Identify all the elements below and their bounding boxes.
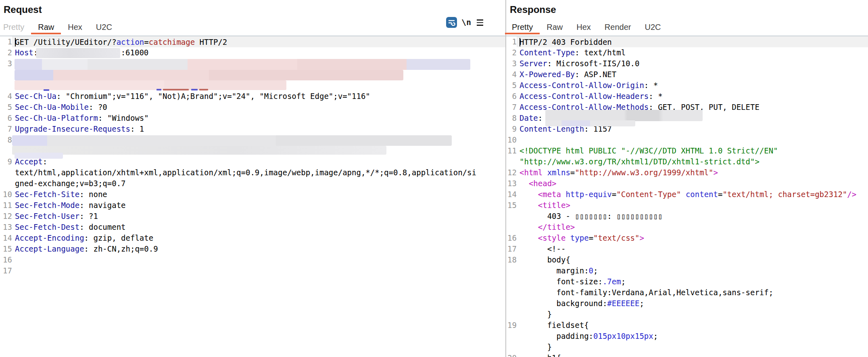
code-line[interactable]: 19 fieldset{ <box>506 320 868 331</box>
code-line[interactable]: 17 <box>0 265 505 276</box>
code-line[interactable]: 1HTTP/2 403 Forbidden <box>506 36 868 47</box>
code-line[interactable]: 14 <meta http-equiv="Content-Type" conte… <box>506 189 868 200</box>
code-line[interactable]: font-family:Verdana,Arial,Helvetica,sans… <box>506 287 868 298</box>
line-number <box>506 211 517 222</box>
code-line[interactable]: 7Upgrade-Insecure-Requests: 1 <box>0 124 505 134</box>
code-line[interactable]: 20 h1{ <box>506 353 868 357</box>
line-number: 4 <box>506 69 517 80</box>
tab-raw[interactable]: Raw <box>31 20 61 34</box>
tab-raw[interactable]: Raw <box>540 20 570 34</box>
line-text: padding:015px10px15px; <box>517 331 868 342</box>
line-number: 18 <box>506 254 517 265</box>
code-line[interactable]: 13Sec-Fetch-Dest: document <box>0 222 505 233</box>
code-line[interactable]: 3Server: Microsoft-IIS/10.0 <box>506 58 868 69</box>
code-line[interactable]: 4X-Powered-By: ASP.NET <box>506 69 868 80</box>
line-text: background:#EEEEEE; <box>517 298 868 309</box>
line-text: Access-Control-Allow-Headers: * <box>517 91 868 102</box>
code-line[interactable]: </title> <box>506 222 868 233</box>
response-panel: Response PrettyRawHexRenderU2C 1HTTP/2 4… <box>506 0 868 357</box>
code-line[interactable]: 4Sec-Ch-Ua: "Chromium";v="116", "Not)A;B… <box>0 91 505 102</box>
code-line[interactable]: 16 <style type="text/css"> <box>506 233 868 244</box>
tab-hex[interactable]: Hex <box>61 20 89 34</box>
code-line[interactable]: 5Access-Control-Allow-Origin: * <box>506 80 868 91</box>
code-line[interactable]: 6Sec-Ch-Ua-Platform: "Windows" <box>0 113 505 124</box>
newline-toggle[interactable]: \n <box>461 17 471 27</box>
code-line[interactable]: gned-exchange;v=b3;q=0.7 <box>0 178 505 189</box>
line-number: 12 <box>506 167 517 178</box>
code-line[interactable]: 15Accept-Language: zh-CN,zh;q=0.9 <box>0 244 505 254</box>
code-line[interactable]: 15 <title> <box>506 200 868 211</box>
redaction-blur-line3 <box>15 59 470 70</box>
code-line[interactable]: 11Sec-Fetch-Mode: navigate <box>0 200 505 211</box>
line-text: fieldset{ <box>517 320 868 331</box>
code-line[interactable]: 10Sec-Fetch-Site: none <box>0 189 505 200</box>
line-number: 15 <box>506 200 517 211</box>
code-line[interactable]: 12Sec-Fetch-User: ?1 <box>0 211 505 222</box>
line-number: 9 <box>0 156 12 167</box>
line-number: 17 <box>0 265 12 276</box>
line-number: 4 <box>0 91 12 102</box>
code-line[interactable]: } <box>506 342 868 353</box>
line-text: <meta http-equiv="Content-Type" content=… <box>517 189 868 200</box>
response-panel-title: Response <box>510 4 556 15</box>
code-line[interactable]: 1GET /Utility/UEditor/?action=catchimage… <box>0 36 505 47</box>
code-line[interactable]: 17 <!-- <box>506 244 868 254</box>
line-number: 10 <box>506 134 517 145</box>
line-number: 17 <box>506 244 517 254</box>
line-number <box>0 80 12 91</box>
line-text: h1{ <box>517 353 868 357</box>
code-line[interactable]: text/html,application/xhtml+xml,applicat… <box>0 167 505 178</box>
line-number <box>506 222 517 233</box>
code-line[interactable]: 2Content-Type: text/html <box>506 47 868 58</box>
code-line[interactable]: 9Accept: <box>0 156 505 167</box>
line-number: 11 <box>0 200 12 211</box>
line-number: 19 <box>506 320 517 331</box>
tab-u2c[interactable]: U2C <box>89 20 119 34</box>
tab-u2c[interactable]: U2C <box>638 20 668 34</box>
code-line[interactable]: 403 - ▯▯▯▯▯▯▯: ▯▯▯▯▯▯▯▯▯▯ <box>506 211 868 222</box>
code-line[interactable]: background:#EEEEEE; <box>506 298 868 309</box>
redaction-fragment <box>191 89 198 90</box>
code-line[interactable]: 5Sec-Ch-Ua-Mobile: ?0 <box>0 102 505 113</box>
line-text: Upgrade-Insecure-Requests: 1 <box>12 124 505 134</box>
line-text: gned-exchange;v=b3;q=0.7 <box>12 178 505 189</box>
code-line[interactable]: 11<!DOCTYPE html PUBLIC "-//W3C//DTD XHT… <box>506 145 868 156</box>
text-caret <box>520 38 520 46</box>
code-line[interactable]: 10 <box>506 134 868 145</box>
line-number: 2 <box>0 47 12 58</box>
line-text: X-Powered-By: ASP.NET <box>517 69 868 80</box>
redaction-blur-host <box>36 48 120 58</box>
line-number: 13 <box>0 222 12 233</box>
line-number <box>506 156 517 167</box>
line-number: 6 <box>0 113 12 124</box>
code-line[interactable]: 12<html xmlns="http://www.w3.org/1999/xh… <box>506 167 868 178</box>
code-line[interactable]: margin:0; <box>506 265 868 276</box>
code-line[interactable]: 6Access-Control-Allow-Headers: * <box>506 91 868 102</box>
line-number: 16 <box>0 254 12 265</box>
line-number <box>506 287 517 298</box>
code-line[interactable]: font-size:.7em; <box>506 276 868 287</box>
code-line[interactable]: "http://www.w3.org/TR/xhtml1/DTD/xhtml1-… <box>506 156 868 167</box>
tab-render[interactable]: Render <box>598 20 638 34</box>
line-number: 7 <box>506 102 517 113</box>
code-line[interactable]: 13 <head> <box>506 178 868 189</box>
code-line[interactable]: } <box>506 309 868 320</box>
text-caret <box>15 38 16 46</box>
line-number <box>506 342 517 353</box>
hamburger-menu-icon[interactable] <box>477 19 483 27</box>
word-wrap-icon[interactable] <box>446 17 457 28</box>
code-line[interactable]: padding:015px10px15px; <box>506 331 868 342</box>
tab-pretty[interactable]: Pretty <box>505 20 540 34</box>
tab-pretty[interactable]: Pretty <box>0 20 31 34</box>
line-text: GET /Utility/UEditor/?action=catchimage … <box>12 36 505 47</box>
code-line[interactable]: 16 <box>0 254 505 265</box>
code-line[interactable]: 14Accept-Encoding: gzip, deflate <box>0 233 505 244</box>
line-number: 16 <box>506 233 517 244</box>
response-editor[interactable]: 1HTTP/2 403 Forbidden2Content-Type: text… <box>506 36 868 357</box>
line-number: 11 <box>506 145 517 156</box>
redaction-fragment <box>44 89 49 91</box>
line-text: Accept-Language: zh-CN,zh;q=0.9 <box>12 244 505 254</box>
code-line[interactable]: 18 body{ <box>506 254 868 265</box>
line-text: } <box>517 309 868 320</box>
tab-hex[interactable]: Hex <box>570 20 598 34</box>
